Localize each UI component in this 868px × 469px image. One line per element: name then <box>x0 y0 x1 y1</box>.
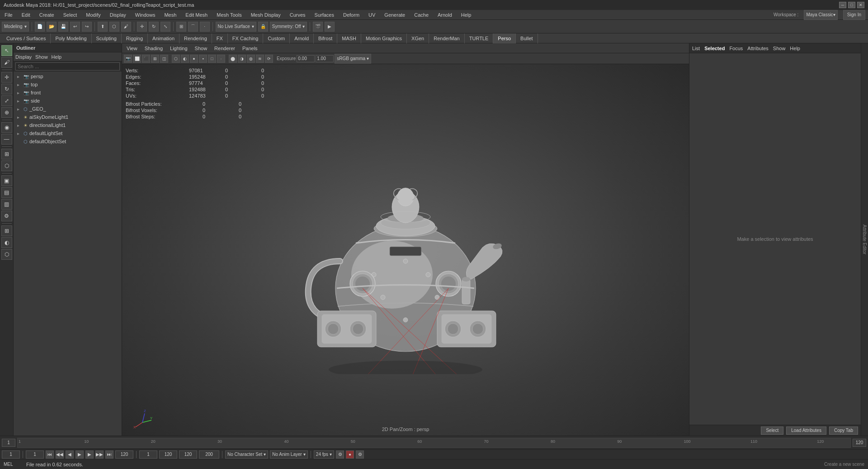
range-end-input[interactable] <box>179 450 197 459</box>
attr-menu-help[interactable]: Help <box>790 46 800 51</box>
play-btn[interactable]: ▶ <box>75 450 84 459</box>
vp-resolution-btn[interactable]: ⬛ <box>142 55 150 63</box>
outliner-item-geo[interactable]: ▸ ⬡ _GEO_ <box>14 105 122 113</box>
minimize-button[interactable]: ─ <box>839 2 846 8</box>
menu-windows[interactable]: Windows <box>133 11 157 19</box>
fps-dropdown[interactable]: 24 fps ▾ <box>314 450 334 459</box>
soft-mod-tool[interactable]: ◉ <box>1 122 12 133</box>
close-button[interactable]: ✕ <box>857 2 864 8</box>
outliner-item-defaultlightset[interactable]: ▸ ⬡ defaultLightSet <box>14 129 122 137</box>
vp-menu-show[interactable]: Show <box>192 45 210 52</box>
menu-edit[interactable]: Edit <box>20 11 32 19</box>
vp-menu-panels[interactable]: Panels <box>240 45 260 52</box>
shelf-tab-arnold[interactable]: Arnold <box>290 33 314 43</box>
render-btn[interactable]: 🎬 <box>313 22 323 32</box>
menu-curves[interactable]: Curves <box>288 11 307 19</box>
no-live-surface-dropdown[interactable]: No Live Surface ▾ <box>216 22 256 32</box>
timeline-start-input[interactable] <box>2 439 15 447</box>
outliner-menu-help[interactable]: Help <box>52 54 62 60</box>
total-frames-input[interactable] <box>199 450 219 459</box>
vp-ao-btn[interactable]: ◍ <box>247 55 255 63</box>
menu-modify[interactable]: Modify <box>84 11 102 19</box>
next-frame-btn[interactable]: ▶▶ <box>95 450 104 459</box>
vp-menu-view[interactable]: View <box>124 45 140 52</box>
render-settings[interactable]: ⚙ <box>1 211 12 221</box>
vp-smooth-btn[interactable]: ● <box>190 55 198 63</box>
shelf-tab-rigging[interactable]: Rigging <box>122 33 148 43</box>
sign-in-button[interactable]: Sign In <box>843 10 865 20</box>
shelf-tab-rendering[interactable]: Rendering <box>179 33 212 43</box>
viewport-canvas[interactable]: Verts: 97081 0 0 Edges: 195248 0 0 Faces… <box>122 64 689 436</box>
maximize-button[interactable]: □ <box>848 2 855 8</box>
vp-menu-lighting[interactable]: Lighting <box>167 45 190 52</box>
outliner-item-front[interactable]: ▸ 📷 front <box>14 89 122 97</box>
menu-mesh-display[interactable]: Mesh Display <box>249 11 283 19</box>
select-button[interactable]: Select <box>761 427 783 435</box>
key-settings-btn[interactable]: ⚙ <box>336 450 344 459</box>
no-anim-layer-dropdown[interactable]: No Anim Layer ▾ <box>270 450 308 459</box>
vp-hud-btn[interactable]: ◫ <box>160 55 168 63</box>
attr-menu-list[interactable]: List <box>692 46 700 51</box>
timeline-ruler[interactable]: 1 10 20 30 40 50 60 70 80 90 100 110 120 <box>17 438 851 448</box>
menu-select[interactable]: Select <box>61 11 79 19</box>
scale-btn[interactable]: ⤡ <box>160 22 170 32</box>
shelf-tab-fxcaching[interactable]: FX Caching <box>228 33 263 43</box>
vp-smooth-wire-btn[interactable]: ◐ <box>181 55 189 63</box>
scale-tool[interactable]: ⤢ <box>1 95 12 106</box>
outliner-menu-display[interactable]: Display <box>15 54 32 60</box>
vp-shadow-btn[interactable]: ◑ <box>238 55 246 63</box>
prev-key-btn[interactable]: ◀ <box>66 450 74 459</box>
playback-end-input[interactable] <box>115 450 133 459</box>
move-tool[interactable]: ✛ <box>1 72 12 83</box>
menu-mesh-tools[interactable]: Mesh Tools <box>215 11 243 19</box>
outliner-item-persp[interactable]: ▸ 📷 persp <box>14 72 122 80</box>
playback-start-input[interactable] <box>26 450 44 459</box>
load-attributes-button[interactable]: Load Attributes <box>786 427 826 435</box>
ipr-btn[interactable]: ▶ <box>325 22 335 32</box>
show-manipulator[interactable]: ⊞ <box>1 149 12 159</box>
outliner-item-dirlight[interactable]: ▸ ☀ directionalLight1 <box>14 121 122 129</box>
vp-bounding-btn[interactable]: □ <box>208 55 216 63</box>
menu-arnold[interactable]: Arnold <box>436 11 454 19</box>
prev-frame-btn[interactable]: ◀◀ <box>56 450 64 459</box>
outliner-search-input[interactable] <box>15 62 120 70</box>
last-tool[interactable]: ⬡ <box>1 160 12 171</box>
redo-btn[interactable]: ↪ <box>82 22 92 32</box>
render-seq[interactable]: ▥ <box>1 199 12 210</box>
curve-cv-tool[interactable]: — <box>1 134 12 145</box>
range-start-input[interactable] <box>139 450 157 459</box>
shading-btn[interactable]: ◐ <box>1 237 12 248</box>
shelf-tab-turtle[interactable]: TURTLE <box>465 33 494 43</box>
move-btn[interactable]: ✛ <box>137 22 147 32</box>
menu-deform[interactable]: Deform <box>341 11 361 19</box>
copy-tab-button[interactable]: Copy Tab <box>829 427 858 435</box>
universal-manip-tool[interactable]: ⊕ <box>1 107 12 118</box>
menu-cache[interactable]: Cache <box>412 11 430 19</box>
range-start-input2[interactable] <box>159 450 177 459</box>
attr-menu-focus[interactable]: Focus <box>729 46 743 51</box>
lasso-btn[interactable]: ⬡ <box>109 22 119 32</box>
paint-btn[interactable]: 🖌 <box>121 22 131 32</box>
menu-generate[interactable]: Generate <box>382 11 407 19</box>
grid-btn[interactable]: ⊞ <box>1 225 12 236</box>
attr-menu-show[interactable]: Show <box>773 46 786 51</box>
snap-point-btn[interactable]: · <box>200 22 210 32</box>
outliner-item-aisky[interactable]: ▸ ☀ aiSkyDomeLight1 <box>14 113 122 121</box>
vp-points-btn[interactable]: · <box>217 55 225 63</box>
shelf-tab-renderman[interactable]: RenderMan <box>429 33 464 43</box>
prefs-btn[interactable]: ⚙ <box>356 450 364 459</box>
select-tool-btn[interactable]: ⬆ <box>98 22 108 32</box>
shelf-tab-fx[interactable]: FX <box>212 33 228 43</box>
shelf-tab-mash[interactable]: MASH <box>337 33 361 43</box>
paint-select-tool[interactable]: 🖌 <box>1 57 12 68</box>
vp-aa-btn[interactable]: ⟳ <box>265 55 273 63</box>
render-region[interactable]: ▤ <box>1 187 12 198</box>
menu-surfaces[interactable]: Surfaces <box>313 11 336 19</box>
live-surface-toggle[interactable]: 🔒 <box>258 22 268 32</box>
workspace-dropdown[interactable]: Maya Classic▾ <box>804 10 837 20</box>
rotate-btn[interactable]: ↻ <box>149 22 159 32</box>
shelf-tab-bifrost[interactable]: Bifrost <box>314 33 337 43</box>
shelf-tab-bullet[interactable]: Bullet <box>516 33 538 43</box>
menu-display[interactable]: Display <box>108 11 128 19</box>
go-start-btn[interactable]: ⏮ <box>46 450 54 459</box>
